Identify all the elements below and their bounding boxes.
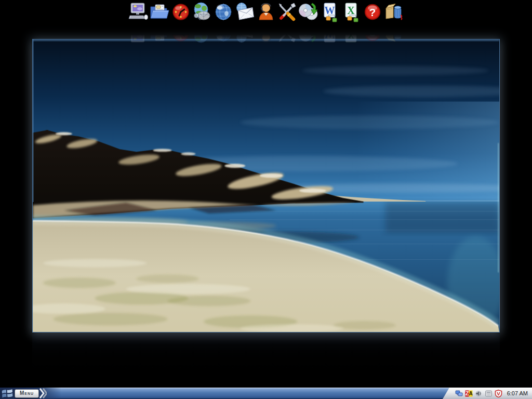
antivirus-tray-icon: V — [495, 390, 502, 397]
dock-item-mail[interactable] — [234, 2, 255, 23]
desktop: W X ? — [0, 0, 532, 399]
network-globe-icon — [192, 2, 212, 22]
svg-text:Z: Z — [466, 391, 469, 396]
wallpaper-reflection — [32, 334, 500, 370]
wallpaper — [32, 39, 500, 332]
word-icon: W — [320, 2, 340, 22]
excel-icon: X — [341, 2, 362, 22]
browser-globe-icon — [213, 2, 234, 22]
tray-item-zonealarm[interactable]: Z A — [465, 390, 473, 397]
dock-item-documents[interactable] — [149, 2, 170, 23]
windows-flag-icon — [1, 388, 14, 398]
computer-icon — [128, 2, 149, 22]
documents-folder-icon — [149, 2, 170, 22]
dock-item-uninstall[interactable] — [383, 2, 404, 23]
dock-item-word[interactable]: W — [320, 2, 340, 23]
tray-item-volume[interactable] — [475, 390, 483, 397]
dock-item-tools[interactable] — [277, 2, 298, 23]
dock-item-browser[interactable] — [213, 2, 234, 23]
system-tray: Z A V — [443, 388, 532, 399]
svg-text:W: W — [325, 5, 335, 16]
taskbar: Menu Z A — [0, 388, 532, 399]
dock-item-help[interactable]: ? — [362, 2, 383, 23]
svg-text:X: X — [347, 5, 355, 16]
clock-icon — [170, 2, 191, 22]
help-icon: ? — [362, 2, 383, 22]
disk-tray-icon — [485, 390, 493, 397]
start-zone: Menu — [0, 388, 61, 399]
clock[interactable]: 6:07 AM — [507, 390, 528, 396]
svg-text:V: V — [497, 390, 500, 396]
dock: W X ? — [0, 2, 532, 23]
dock-item-software[interactable] — [298, 2, 319, 23]
uninstall-icon — [383, 2, 404, 22]
dock-item-clock[interactable] — [170, 2, 191, 23]
tray-item-disk[interactable] — [485, 390, 493, 397]
zonealarm-tray-icon: Z A — [465, 390, 473, 397]
menu-chevron-icon — [39, 388, 47, 398]
messenger-icon — [256, 2, 276, 22]
dock-item-messenger[interactable] — [256, 2, 276, 23]
volume-tray-icon — [475, 390, 483, 397]
dock-item-computer[interactable] — [128, 2, 149, 23]
svg-text:A: A — [469, 391, 472, 396]
menu-button[interactable]: Menu — [15, 389, 39, 398]
tray-item-network[interactable] — [455, 390, 463, 397]
svg-text:?: ? — [369, 6, 376, 18]
software-cd-icon — [298, 2, 319, 22]
dock-item-excel[interactable]: X — [341, 2, 362, 23]
network-tray-icon — [455, 390, 463, 397]
dock-item-network[interactable] — [192, 2, 212, 23]
mail-icon — [234, 2, 255, 22]
wallpaper-image — [33, 39, 499, 332]
tray-item-antivirus[interactable]: V — [495, 390, 502, 397]
menu-button-label: Menu — [20, 390, 34, 396]
tools-icon — [277, 2, 298, 22]
